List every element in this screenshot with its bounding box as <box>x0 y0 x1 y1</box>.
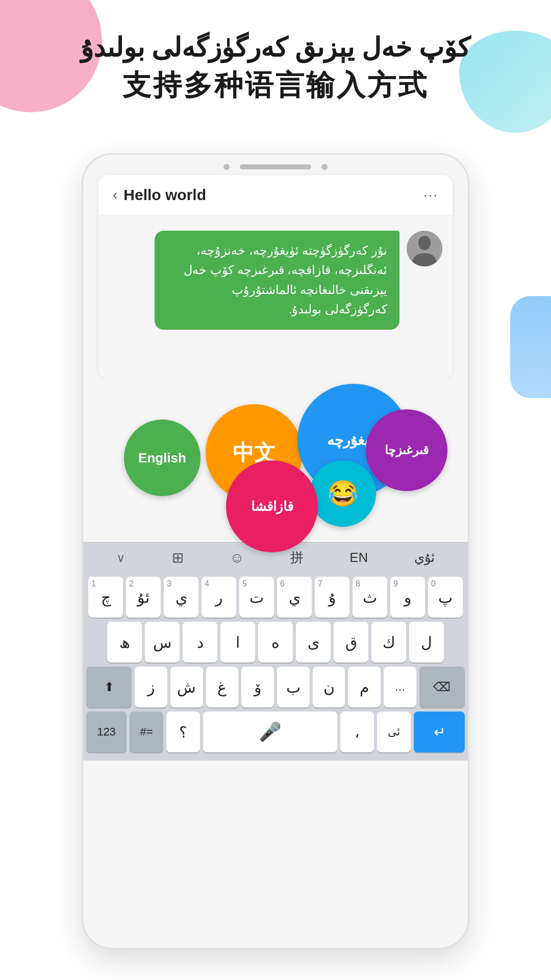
question-key[interactable]: ؟ <box>166 712 200 752</box>
chat-header-left: ‹ Hello world <box>113 186 206 204</box>
keyboard-emoji-icon[interactable]: ⊞ <box>172 549 184 566</box>
key-k[interactable]: ك <box>371 622 406 663</box>
phone-dot-2 <box>321 164 328 170</box>
key-a[interactable]: ا <box>220 622 255 663</box>
message-bubble: نۇر كەرگۈزگۈچتە ئۈيغۇرچە، خەنزۇچە، ئەنگل… <box>155 231 399 330</box>
english-bubble[interactable]: English <box>124 420 201 496</box>
key-ellipsis[interactable]: … <box>384 667 416 707</box>
pinyin-button[interactable]: 拼 <box>290 549 304 567</box>
bg-decoration-blue <box>510 296 551 398</box>
key-oe[interactable]: ۆ <box>241 667 274 707</box>
key-i[interactable]: ى <box>296 622 331 663</box>
qirghiz-label: قىرغىزچا <box>385 443 429 457</box>
keyboard-row-2: ھ س د ا ە ى ق ك ل <box>86 622 465 663</box>
en-button[interactable]: EN <box>349 550 368 566</box>
key-6-yi[interactable]: 6ي <box>277 577 312 618</box>
back-button[interactable]: ‹ <box>113 187 117 203</box>
kazakh-label: قازاقشا <box>251 499 293 514</box>
phone-top-bar <box>83 155 468 175</box>
key-n[interactable]: ن <box>313 667 345 707</box>
header-chinese-text: 支持多种语言输入方式 <box>20 65 531 105</box>
mic-key[interactable]: 🎤 <box>203 712 337 752</box>
emoji-label: 😂 <box>327 479 359 508</box>
header-uyghur-text: كۆپ خەل يېزىق كەرگۈزگەلى بولىدۇ <box>20 31 531 65</box>
chat-title: Hello world <box>123 186 206 204</box>
key-5-t[interactable]: 5ت <box>239 577 274 618</box>
phone-mockup: ‹ Hello world ··· نۇر كەرگۈزگۈچتە ئۈيغۇر… <box>82 153 469 949</box>
keyboard-row-1: 1چ 2ئۇ 3ي 4ر 5ت 6ي 7ۇ 8ث 9و 0پ <box>86 577 465 618</box>
key-2-u[interactable]: 2ئۇ <box>126 577 161 618</box>
num-pad-key[interactable]: 123 <box>86 712 127 752</box>
at-key[interactable]: ئى <box>377 712 411 752</box>
key-4-r[interactable]: 4ر <box>202 577 236 618</box>
phone-dot-1 <box>223 164 230 170</box>
key-7-u2[interactable]: 7ۇ <box>315 577 349 618</box>
chat-window: ‹ Hello world ··· نۇر كەرگۈزگۈچتە ئۈيغۇر… <box>98 175 453 379</box>
key-s[interactable]: س <box>145 622 180 663</box>
comma-key[interactable]: ، <box>340 712 374 752</box>
backspace-key[interactable]: ⌫ <box>419 667 465 707</box>
key-sh[interactable]: ش <box>170 667 203 707</box>
keyboard-row-3: ⬆ ز ش غ ۆ ب ن م … ⌫ <box>86 667 465 707</box>
key-8-th[interactable]: 8ث <box>353 577 387 618</box>
key-z[interactable]: ز <box>135 667 167 707</box>
hash-key[interactable]: =# <box>130 712 163 752</box>
chat-menu-button[interactable]: ··· <box>423 187 438 203</box>
key-h[interactable]: ھ <box>107 622 142 663</box>
shift-key[interactable]: ⬆ <box>86 667 132 707</box>
enter-key[interactable]: ↵ <box>414 712 465 752</box>
qirghiz-bubble[interactable]: قىرغىزچا <box>366 409 447 491</box>
emoji-bubble[interactable]: 😂 <box>310 460 376 527</box>
uyghur-abbr-button[interactable]: ئۇي <box>414 550 435 566</box>
message-row: نۇر كەرگۈزگۈچتە ئۈيغۇرچە، خەنزۇچە، ئەنگل… <box>109 231 442 330</box>
english-label: English <box>138 450 186 466</box>
key-e[interactable]: ە <box>258 622 293 663</box>
keyboard-row-4: 123 =# ؟ 🎤 ، ئى ↵ <box>86 712 465 752</box>
keyboard-hide-button[interactable]: ∨ <box>116 551 126 565</box>
keyboard-gif-icon[interactable]: ☺ <box>230 550 244 566</box>
key-9-w[interactable]: 9و <box>390 577 425 618</box>
chat-messages: نۇر كەرگۈزگۈچتە ئۈيغۇرچە، خەنزۇچە، ئەنگل… <box>98 215 453 379</box>
key-gh[interactable]: غ <box>206 667 239 707</box>
chat-header: ‹ Hello world ··· <box>98 175 453 215</box>
avatar <box>407 231 442 266</box>
key-1-ch[interactable]: 1چ <box>88 577 123 618</box>
key-b[interactable]: ب <box>277 667 310 707</box>
svg-point-1 <box>418 236 431 250</box>
keyboard-area: 1چ 2ئۇ 3ي 4ر 5ت 6ي 7ۇ 8ث 9و 0پ ھ س د ا ە… <box>83 573 468 761</box>
key-3-y[interactable]: 3ي <box>164 577 198 618</box>
phone-notch <box>240 164 311 169</box>
key-l[interactable]: ل <box>409 622 444 663</box>
key-q[interactable]: ق <box>334 622 368 663</box>
kazakh-bubble[interactable]: قازاقشا <box>226 460 318 552</box>
key-d[interactable]: د <box>183 622 217 663</box>
key-m[interactable]: م <box>348 667 381 707</box>
key-0-p[interactable]: 0پ <box>428 577 463 618</box>
header-section: كۆپ خەل يېزىق كەرگۈزگەلى بولىدۇ 支持多种语言输入… <box>0 31 551 105</box>
lang-bubbles-area: English 中文 ئۈيغۇرچە قىرغىزچا 😂 قازاقشا <box>83 379 468 542</box>
